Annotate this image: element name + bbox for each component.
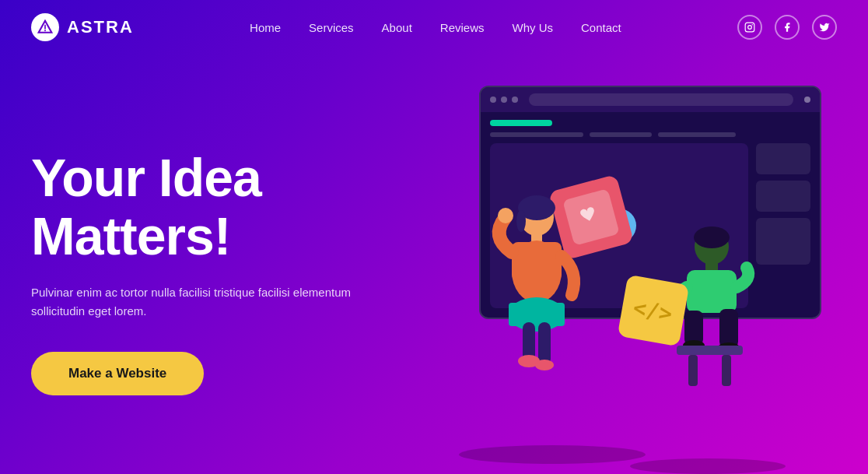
browser-dot-1 bbox=[490, 97, 496, 103]
nav-reviews[interactable]: Reviews bbox=[440, 21, 485, 34]
nav-why-us[interactable]: Why Us bbox=[513, 21, 554, 34]
svg-rect-30 bbox=[688, 355, 698, 386]
nav-social bbox=[737, 15, 837, 40]
nav-links: Home Services About Reviews Why Us Conta… bbox=[250, 21, 621, 34]
logo-icon bbox=[31, 13, 59, 41]
logo: ASTRA bbox=[31, 13, 134, 41]
hero-title: Your Idea Matters! bbox=[31, 149, 436, 265]
svg-point-14 bbox=[498, 208, 513, 223]
svg-point-10 bbox=[516, 210, 526, 232]
browser-dot-3 bbox=[512, 97, 518, 103]
browser-dot-2 bbox=[501, 97, 507, 103]
svg-rect-18 bbox=[538, 322, 551, 365]
nav-services[interactable]: Services bbox=[309, 21, 354, 34]
nav-home[interactable]: Home bbox=[250, 21, 281, 34]
twitter-icon[interactable] bbox=[812, 15, 837, 40]
facebook-icon[interactable] bbox=[775, 15, 800, 40]
svg-rect-16 bbox=[509, 303, 565, 326]
navbar: ASTRA Home Services About Reviews Why Us… bbox=[0, 0, 868, 54]
cta-make-website-button[interactable]: Make a Website bbox=[31, 352, 204, 395]
nav-about[interactable]: About bbox=[382, 21, 412, 34]
astra-logo-svg bbox=[37, 19, 53, 35]
hero-illustration: </> bbox=[436, 70, 837, 474]
browser-bar bbox=[481, 87, 820, 112]
svg-point-20 bbox=[535, 360, 554, 370]
hero-title-line1: Your Idea bbox=[31, 148, 261, 207]
svg-point-5 bbox=[751, 24, 752, 25]
svg-rect-13 bbox=[512, 242, 562, 281]
woman-shadow bbox=[459, 445, 646, 464]
svg-rect-3 bbox=[745, 23, 754, 32]
man-shadow bbox=[630, 458, 786, 474]
hero-subtitle: Pulvinar enim ac tortor nulla facilisi t… bbox=[31, 283, 358, 321]
svg-point-4 bbox=[748, 26, 752, 30]
browser-circle-btn bbox=[804, 97, 810, 103]
hero-title-line2: Matters! bbox=[31, 206, 231, 265]
hero-text-block: Your Idea Matters! Pulvinar enim ac tort… bbox=[31, 149, 436, 396]
browser-url-bar bbox=[529, 93, 793, 106]
svg-rect-29 bbox=[677, 346, 743, 355]
svg-rect-24 bbox=[687, 270, 737, 313]
svg-rect-31 bbox=[722, 355, 731, 386]
nav-contact[interactable]: Contact bbox=[581, 21, 621, 34]
svg-point-22 bbox=[694, 226, 730, 248]
svg-point-2 bbox=[44, 30, 46, 31]
logo-text: ASTRA bbox=[67, 17, 134, 37]
svg-rect-26 bbox=[719, 309, 738, 348]
instagram-icon[interactable] bbox=[737, 15, 762, 40]
hero-section: Your Idea Matters! Pulvinar enim ac tort… bbox=[0, 54, 868, 474]
code-frame: </> bbox=[618, 275, 690, 347]
svg-rect-23 bbox=[705, 262, 718, 271]
characters-svg: </> bbox=[436, 116, 809, 474]
